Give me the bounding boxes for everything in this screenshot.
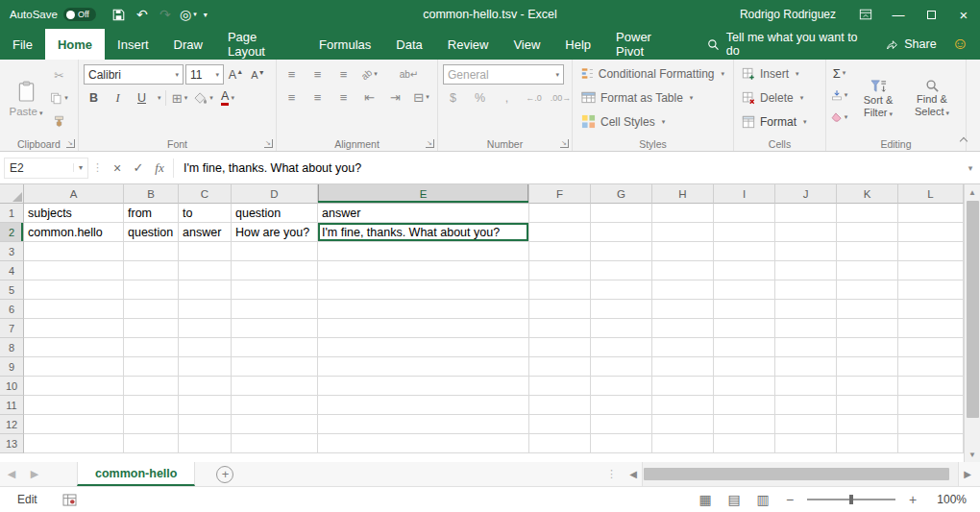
cell-B12[interactable]: [124, 415, 179, 434]
cell-D4[interactable]: [232, 261, 318, 280]
touch-mouse-mode-button[interactable]: ◎▾: [177, 0, 200, 29]
cell-A1[interactable]: subjects: [24, 204, 124, 223]
cell-C4[interactable]: [179, 261, 232, 280]
clipboard-dialog-launcher[interactable]: ↘: [66, 139, 75, 148]
tab-power-pivot[interactable]: Power Pivot: [603, 29, 692, 60]
cell-B9[interactable]: [124, 357, 179, 377]
column-header-H[interactable]: H: [652, 184, 714, 204]
cell-G1[interactable]: [591, 204, 652, 223]
cell-I1[interactable]: [714, 204, 775, 223]
autosave-toggle[interactable]: AutoSave Off: [10, 8, 96, 21]
column-header-G[interactable]: G: [591, 184, 652, 204]
autosum-button[interactable]: Σ▾: [829, 63, 849, 83]
align-left-button[interactable]: ≡: [282, 87, 302, 107]
cell-F9[interactable]: [529, 357, 591, 377]
select-all-button[interactable]: [0, 184, 24, 204]
column-header-E[interactable]: E: [318, 184, 529, 204]
cell-C6[interactable]: [179, 300, 232, 319]
cell-I12[interactable]: [714, 415, 775, 434]
sheet-nav-left-button[interactable]: ◀: [0, 462, 23, 486]
cell-E13[interactable]: [318, 434, 529, 453]
cell-styles-button[interactable]: Cell Styles▾: [576, 110, 730, 134]
font-size-combo[interactable]: 11▾: [185, 64, 224, 85]
formula-bar-splitter[interactable]: ⋮: [88, 161, 107, 174]
cell-I9[interactable]: [714, 357, 775, 377]
align-right-button[interactable]: ≡: [333, 87, 354, 107]
cell-E5[interactable]: [318, 280, 529, 300]
row-header-9[interactable]: 9: [0, 357, 24, 377]
expand-formula-bar-button[interactable]: ▾: [961, 163, 980, 173]
cell-G4[interactable]: [591, 261, 652, 280]
cell-D10[interactable]: [232, 377, 318, 396]
cell-G10[interactable]: [591, 377, 652, 396]
scroll-down-button[interactable]: ▼: [965, 447, 980, 462]
cell-L6[interactable]: [898, 300, 964, 319]
cell-K12[interactable]: [837, 415, 898, 434]
macro-record-button[interactable]: [62, 494, 77, 506]
cell-D6[interactable]: [232, 300, 318, 319]
cell-J9[interactable]: [775, 357, 837, 377]
cell-H9[interactable]: [652, 357, 714, 377]
cell-G6[interactable]: [591, 300, 652, 319]
cell-F6[interactable]: [529, 300, 591, 319]
tab-insert[interactable]: Insert: [105, 29, 161, 60]
horizontal-scroll-thumb[interactable]: [644, 468, 949, 480]
number-dialog-launcher[interactable]: ↘: [560, 139, 569, 148]
sheet-nav-right-button[interactable]: ▶: [23, 462, 46, 486]
cell-A6[interactable]: [24, 300, 124, 319]
alignment-dialog-launcher[interactable]: ↘: [426, 139, 434, 148]
cell-H6[interactable]: [652, 300, 714, 319]
cell-C9[interactable]: [179, 357, 232, 377]
horizontal-scrollbar[interactable]: [642, 462, 959, 486]
cell-I6[interactable]: [714, 300, 775, 319]
redo-button[interactable]: ↷: [154, 0, 177, 29]
column-header-C[interactable]: C: [179, 184, 232, 204]
cell-A10[interactable]: [24, 377, 124, 396]
cell-D9[interactable]: [232, 357, 318, 377]
cell-A11[interactable]: [24, 396, 124, 415]
cell-L1[interactable]: [898, 204, 964, 223]
percent-style-button[interactable]: %: [470, 88, 490, 108]
clear-button[interactable]: ▾: [829, 108, 849, 127]
cell-D3[interactable]: [232, 242, 318, 261]
cell-K5[interactable]: [837, 280, 898, 300]
tab-formulas[interactable]: Formulas: [306, 29, 383, 60]
row-header-3[interactable]: 3: [0, 242, 24, 261]
tab-scrollbar-splitter[interactable]: ⋮: [599, 468, 625, 480]
tab-review[interactable]: Review: [435, 29, 502, 60]
cell-J10[interactable]: [775, 377, 837, 396]
cell-H1[interactable]: [652, 204, 714, 223]
row-header-10[interactable]: 10: [0, 377, 24, 396]
cell-H4[interactable]: [652, 261, 714, 280]
cell-A4[interactable]: [24, 261, 124, 280]
cell-I11[interactable]: [714, 396, 775, 415]
page-break-view-button[interactable]: ▥: [753, 492, 772, 507]
cell-E12[interactable]: [318, 415, 529, 434]
cell-C12[interactable]: [179, 415, 232, 434]
cell-L10[interactable]: [898, 377, 964, 396]
underline-button[interactable]: U: [132, 88, 152, 108]
cell-K6[interactable]: [837, 300, 898, 319]
cell-A8[interactable]: [24, 338, 124, 357]
cell-E2[interactable]: I'm fine, thanks. What about you?: [318, 223, 529, 242]
cell-J4[interactable]: [775, 261, 837, 280]
enter-button[interactable]: ✓: [128, 158, 149, 179]
cell-H5[interactable]: [652, 280, 714, 300]
column-header-J[interactable]: J: [775, 184, 837, 204]
cell-L12[interactable]: [898, 415, 964, 434]
wrap-text-button[interactable]: ab↵: [399, 64, 419, 84]
sort-filter-button[interactable]: Sort & Filter▾: [853, 61, 903, 136]
cell-K3[interactable]: [837, 242, 898, 261]
increase-indent-button[interactable]: ⇥: [385, 87, 405, 107]
cell-B7[interactable]: [124, 319, 179, 338]
row-header-7[interactable]: 7: [0, 319, 24, 338]
cell-I10[interactable]: [714, 377, 775, 396]
ribbon-display-options-button[interactable]: [849, 0, 882, 29]
cell-J6[interactable]: [775, 300, 837, 319]
tab-view[interactable]: View: [501, 29, 552, 60]
cell-E11[interactable]: [318, 396, 529, 415]
merge-center-button[interactable]: ⊟▾: [411, 87, 431, 107]
cell-E8[interactable]: [318, 338, 529, 357]
format-as-table-button[interactable]: Format as Table▾: [576, 85, 730, 110]
cell-C3[interactable]: [179, 242, 232, 261]
